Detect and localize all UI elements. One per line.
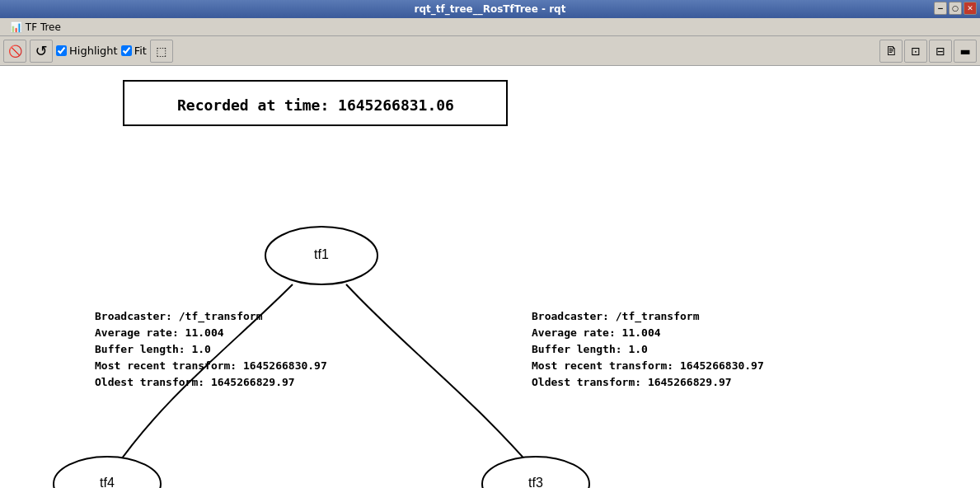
- title-bar: rqt_tf_tree__RosTfTree - rqt − ○ ✕: [0, 0, 980, 18]
- zoom-out-icon: ⊟: [935, 45, 945, 58]
- highlight-checkbox-label[interactable]: Highlight: [56, 45, 118, 57]
- main-canvas: Recorded at time: 1645266831.06 tf1 Broa…: [0, 66, 980, 488]
- right-edge-broadcaster: Broadcaster: /tf_transform: [532, 310, 700, 323]
- stop-button[interactable]: 🚫: [3, 40, 26, 63]
- right-edge-most-recent: Most recent transform: 1645266830.97: [532, 359, 764, 372]
- toolbar-right: 🖹 ⊡ ⊟ ▬: [879, 40, 977, 63]
- panel-button[interactable]: ▬: [954, 40, 977, 63]
- left-edge-oldest: Oldest transform: 1645266829.97: [95, 376, 295, 388]
- node-tf1-label: tf1: [314, 247, 329, 261]
- save-icon: 🖹: [885, 45, 897, 58]
- fit-label: Fit: [134, 45, 147, 57]
- highlight-label: Highlight: [69, 45, 118, 57]
- right-edge-avg-rate: Average rate: 11.004: [532, 326, 661, 339]
- left-edge-avg-rate: Average rate: 11.004: [95, 326, 224, 339]
- save-button[interactable]: 🖹: [879, 40, 903, 63]
- menu-bar: 📊 TF Tree: [0, 18, 980, 36]
- window-title: rqt_tf_tree__RosTfTree - rqt: [415, 3, 566, 15]
- close-button[interactable]: ✕: [964, 2, 977, 15]
- right-edge-oldest: Oldest transform: 1645266829.97: [532, 376, 732, 388]
- left-edge-broadcaster: Broadcaster: /tf_transform: [95, 310, 263, 323]
- zoom-fit-icon: ⊡: [911, 45, 921, 58]
- node-tf3-label: tf3: [528, 476, 543, 488]
- minimize-button[interactable]: −: [934, 2, 947, 15]
- tf-tree-label: TF Tree: [26, 21, 61, 33]
- refresh-icon: ↺: [35, 42, 47, 59]
- stop-icon: 🚫: [8, 45, 22, 58]
- right-edge-buffer-length: Buffer length: 1.0: [532, 343, 648, 355]
- left-edge-most-recent: Most recent transform: 1645266830.97: [95, 359, 327, 372]
- panel-icon: ▬: [959, 45, 970, 58]
- title-bar-controls: − ○ ✕: [934, 2, 977, 15]
- toolbar: 🚫 ↺ Highlight Fit ⬚ 🖹 ⊡ ⊟ ▬: [0, 36, 980, 66]
- highlight-checkbox[interactable]: [56, 45, 67, 56]
- zoom-out-button[interactable]: ⊟: [929, 40, 952, 63]
- tf-tree-tab[interactable]: 📊 TF Tree: [3, 20, 68, 35]
- fit-checkbox[interactable]: [121, 45, 132, 56]
- extra-icon: ⬚: [156, 45, 166, 58]
- tf-tree-diagram: Recorded at time: 1645266831.06 tf1 Broa…: [0, 66, 980, 488]
- tf-tree-icon: 📊: [10, 21, 22, 33]
- fit-checkbox-label[interactable]: Fit: [121, 45, 147, 57]
- maximize-button[interactable]: ○: [949, 2, 962, 15]
- node-tf4-label: tf4: [100, 476, 115, 488]
- zoom-fit-button[interactable]: ⊡: [904, 40, 927, 63]
- refresh-button[interactable]: ↺: [30, 40, 53, 63]
- extra-button[interactable]: ⬚: [150, 40, 173, 63]
- recorded-time-text: Recorded at time: 1645266831.06: [177, 96, 454, 114]
- left-edge-buffer-length: Buffer length: 1.0: [95, 343, 211, 355]
- edge-tf1-tf3: [346, 284, 534, 470]
